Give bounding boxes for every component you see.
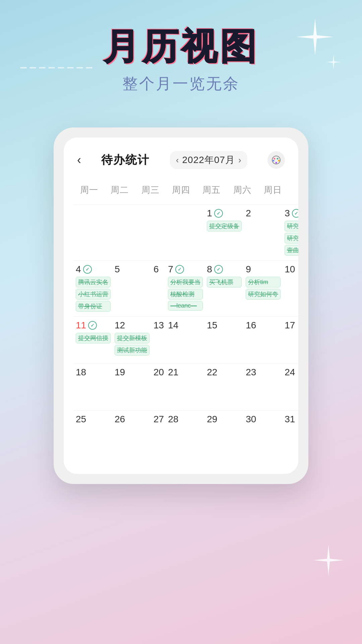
day-number-empty: . bbox=[154, 208, 164, 219]
calendar-day-2[interactable]: 2 bbox=[244, 204, 283, 260]
next-month-button[interactable]: › bbox=[238, 155, 241, 165]
task-tag[interactable]: 研究如何做 bbox=[285, 233, 298, 244]
day-number: 9 bbox=[246, 264, 281, 275]
weekday-header-row: 周一 周二 周三 周四 周五 周六 周日 bbox=[74, 181, 288, 199]
calendar-day-19[interactable]: 19 bbox=[113, 363, 152, 410]
day-number: 10 bbox=[285, 264, 298, 275]
task-tag[interactable]: 小红书运营 bbox=[76, 289, 111, 300]
calendar-day-1[interactable]: 1提交定级备 bbox=[205, 204, 244, 260]
day-number: 18 bbox=[76, 367, 111, 378]
task-tag[interactable]: 买飞机票 bbox=[207, 277, 242, 287]
day-number: 31 bbox=[285, 414, 298, 425]
calendar-day-11[interactable]: 11提交网信摸 bbox=[74, 316, 113, 363]
task-tag[interactable]: 研究如何夸 bbox=[246, 289, 281, 300]
calendar-grid: ....1提交定级备23研究如何复研究如何做壹曲小板4腾讯云实名小红书运营带身份… bbox=[74, 204, 288, 457]
calendar-day-24[interactable]: 24 bbox=[283, 363, 298, 410]
task-tag[interactable]: 测试新功能 bbox=[115, 345, 149, 356]
task-tag[interactable]: 带身份证 bbox=[76, 301, 111, 312]
day-number: 22 bbox=[207, 367, 242, 378]
calendar-day-13[interactable]: 13 bbox=[152, 316, 166, 363]
calendar-day-7[interactable]: 7分析我要当核酸检测—leanc— bbox=[166, 260, 205, 316]
day-number: 28 bbox=[168, 414, 203, 425]
calendar-day-25[interactable]: 25 bbox=[74, 410, 113, 457]
back-button[interactable]: ‹ bbox=[77, 153, 81, 167]
calendar-day-empty: . bbox=[74, 204, 113, 260]
day-number: 2 bbox=[246, 208, 281, 219]
calendar-day-6[interactable]: 6 bbox=[152, 260, 166, 316]
check-icon bbox=[88, 321, 97, 330]
calendar-day-23[interactable]: 23 bbox=[244, 363, 283, 410]
day-number: 3 bbox=[285, 208, 298, 219]
day-number: 5 bbox=[115, 264, 149, 275]
day-number: 6 bbox=[154, 264, 164, 275]
calendar-day-8[interactable]: 8买飞机票 bbox=[205, 260, 244, 316]
calendar-day-29[interactable]: 29 bbox=[205, 410, 244, 457]
month-label: 2022年07月 bbox=[182, 154, 235, 166]
palette-icon bbox=[272, 155, 281, 165]
task-tag[interactable]: 分析tim bbox=[246, 277, 281, 287]
calendar-day-22[interactable]: 22 bbox=[205, 363, 244, 410]
calendar-day-empty: . bbox=[166, 204, 205, 260]
svg-point-2 bbox=[277, 158, 279, 160]
svg-point-1 bbox=[274, 158, 276, 160]
check-icon bbox=[292, 209, 298, 218]
calendar-day-31[interactable]: 31 bbox=[283, 410, 298, 457]
day-number: 30 bbox=[246, 414, 281, 425]
calendar-day-14[interactable]: 14 bbox=[166, 316, 205, 363]
svg-point-3 bbox=[278, 160, 280, 162]
weekday-sun: 周日 bbox=[258, 181, 288, 199]
task-tag[interactable]: 腾讯云实名 bbox=[76, 277, 111, 287]
day-number: 1 bbox=[207, 208, 242, 219]
day-number: 8 bbox=[207, 264, 242, 275]
month-navigator: ‹ 2022年07月 › bbox=[170, 151, 247, 169]
task-tag[interactable]: 研究如何复 bbox=[285, 221, 298, 231]
calendar-day-16[interactable]: 16 bbox=[244, 316, 283, 363]
day-number: 7 bbox=[168, 264, 203, 275]
check-icon bbox=[214, 265, 223, 274]
calendar-day-17[interactable]: 17 bbox=[283, 316, 298, 363]
calendar-day-30[interactable]: 30 bbox=[244, 410, 283, 457]
calendar-day-10[interactable]: 10 bbox=[283, 260, 298, 316]
day-number: 13 bbox=[154, 320, 164, 331]
calendar-header: ‹ 待办统计 ‹ 2022年07月 › bbox=[74, 151, 288, 169]
theme-button[interactable] bbox=[267, 151, 285, 169]
calendar-day-12[interactable]: 12提交新模板测试新功能 bbox=[113, 316, 152, 363]
day-number: 23 bbox=[246, 367, 281, 378]
day-number: 19 bbox=[115, 367, 149, 378]
day-number: 16 bbox=[246, 320, 281, 331]
calendar-day-21[interactable]: 21 bbox=[166, 363, 205, 410]
calendar-day-18[interactable]: 18 bbox=[74, 363, 113, 410]
calendar-day-9[interactable]: 9分析tim研究如何夸 bbox=[244, 260, 283, 316]
calendar-day-20[interactable]: 20 bbox=[152, 363, 166, 410]
weekday-tue: 周二 bbox=[104, 181, 135, 199]
calendar-day-4[interactable]: 4腾讯云实名小红书运营带身份证 bbox=[74, 260, 113, 316]
check-icon bbox=[214, 209, 223, 218]
phone-mockup: ‹ 待办统计 ‹ 2022年07月 › 周一 周二 bbox=[54, 127, 308, 484]
day-number-empty: . bbox=[115, 208, 149, 219]
task-tag[interactable]: 分析我要当 bbox=[168, 277, 203, 287]
day-number-empty: . bbox=[168, 208, 203, 219]
task-tag[interactable]: 提交新模板 bbox=[115, 333, 149, 343]
day-number: 21 bbox=[168, 367, 203, 378]
calendar-day-26[interactable]: 26 bbox=[113, 410, 152, 457]
day-number: 26 bbox=[115, 414, 149, 425]
weekday-mon: 周一 bbox=[74, 181, 104, 199]
prev-month-button[interactable]: ‹ bbox=[176, 155, 179, 165]
task-tag[interactable]: 提交定级备 bbox=[207, 221, 242, 231]
calendar-day-27[interactable]: 27 bbox=[152, 410, 166, 457]
task-tag[interactable]: 提交网信摸 bbox=[76, 333, 111, 343]
calendar-day-empty: . bbox=[152, 204, 166, 260]
task-tag[interactable]: 核酸检测 bbox=[168, 289, 203, 300]
calendar-day-15[interactable]: 15 bbox=[205, 316, 244, 363]
day-number-empty: . bbox=[76, 208, 111, 219]
task-tag[interactable]: —leanc— bbox=[168, 301, 203, 311]
weekday-wed: 周三 bbox=[135, 181, 166, 199]
day-number: 12 bbox=[115, 320, 149, 331]
calendar-day-3[interactable]: 3研究如何复研究如何做壹曲小板 bbox=[283, 204, 298, 260]
header-area: 月历视图 整个月一览无余 bbox=[0, 27, 362, 94]
weekday-sat: 周六 bbox=[227, 181, 257, 199]
calendar-day-28[interactable]: 28 bbox=[166, 410, 205, 457]
task-tag[interactable]: 壹曲小板 bbox=[285, 245, 298, 256]
day-number: 15 bbox=[207, 320, 242, 331]
calendar-day-5[interactable]: 5 bbox=[113, 260, 152, 316]
